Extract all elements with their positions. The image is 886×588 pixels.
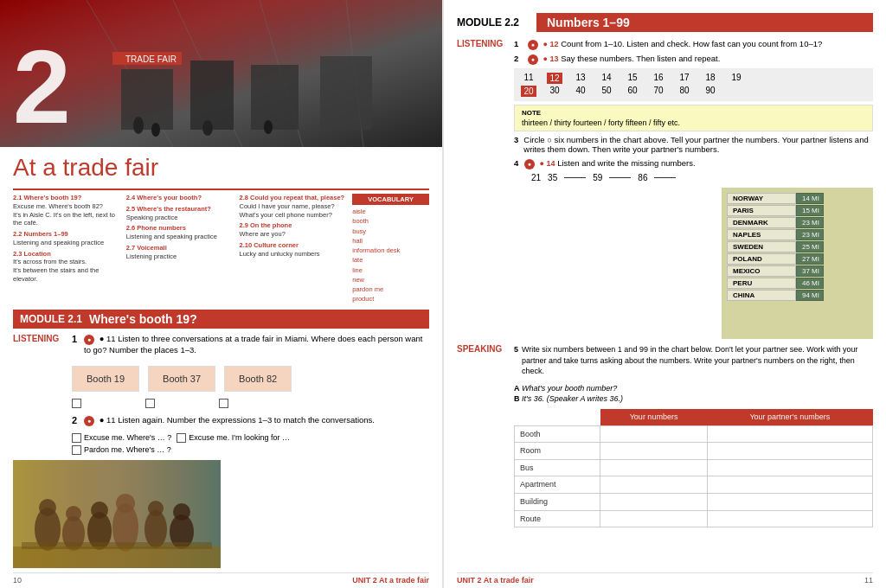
svg-text:TRADE FAIR: TRADE FAIR	[125, 54, 177, 64]
right-q4: 4 ● ● 14 Listen and write the missing nu…	[514, 158, 873, 169]
curriculum-cell-2: 2.4 Where's your booth? 2.5 Where's the …	[126, 194, 236, 304]
row-your-bus[interactable]	[600, 459, 707, 476]
svg-point-10	[133, 117, 144, 134]
table-row-bus: Bus	[514, 459, 872, 476]
svg-rect-6	[121, 69, 173, 130]
row-partner-booth[interactable]	[707, 425, 872, 443]
svg-point-23	[91, 502, 108, 519]
dialog-ab: A What's your booth number? B It's 36. (…	[514, 383, 873, 405]
table-row-apartment: Apartment	[514, 476, 872, 494]
row-your-route[interactable]	[600, 510, 707, 527]
svg-point-29	[173, 503, 190, 521]
row-partner-route[interactable]	[707, 510, 872, 527]
audio-11b-icon[interactable]: ●	[84, 416, 94, 426]
listening-section-q1: LISTENING 1 ● ● 11 Listen to three conve…	[13, 334, 429, 455]
svg-point-12	[202, 120, 213, 136]
audio-14-icon[interactable]: ●	[524, 159, 535, 169]
checkbox-phrases: Excuse me. Where's … ? Excuse me. I'm lo…	[72, 433, 429, 443]
curriculum-cell-1: 2.1 Where's booth 19? Excuse me. Where's…	[13, 194, 123, 304]
table-row-room: Room	[514, 443, 872, 460]
row-partner-bus[interactable]	[707, 459, 872, 476]
q2-row: 2 ● ● 11 Listen again. Number the expres…	[72, 415, 429, 430]
row-your-building[interactable]	[600, 493, 707, 510]
sign-china: CHINA 94 MI	[727, 290, 868, 301]
vocabulary-box: VOCABULARY aisleboothbusyhallinformation…	[352, 194, 429, 304]
row-partner-building[interactable]	[707, 493, 872, 510]
right-footer: UNIT 2 At a trade fair 11	[457, 572, 873, 585]
checkbox-2	[145, 399, 155, 408]
svg-rect-7	[190, 61, 234, 130]
right-q1: 1 ● ● 12 Count from 1–10. Listen and che…	[514, 39, 873, 50]
phrase-2: Excuse me. I'm looking for …	[177, 433, 290, 443]
photo-strip-svg	[13, 460, 221, 568]
row-partner-apartment[interactable]	[707, 476, 872, 494]
table-row-route: Route	[514, 510, 872, 527]
row-label-room: Room	[514, 443, 600, 460]
row-partner-room[interactable]	[707, 443, 872, 460]
module-22-header: MODULE 2.2 Numbers 1–99	[457, 13, 873, 32]
note-box: NOTE thirteen / thirty fourteen / forty …	[514, 105, 873, 131]
numbers-row-2: 20 30 40 50 60 70 80 90	[521, 86, 866, 97]
svg-point-13	[264, 120, 273, 134]
booth-buttons: Booth 19 Booth 37 Booth 82	[72, 366, 429, 392]
sign-mexico: MEXICO 37 MI	[727, 265, 868, 277]
svg-point-21	[66, 506, 81, 521]
unit-number: 2	[13, 35, 71, 138]
svg-point-19	[39, 499, 56, 516]
table-row-booth: Booth	[514, 425, 872, 443]
sign-denmark: DENMARK 23 MI	[727, 217, 868, 228]
speaking-row: SPEAKING 5 Write six numbers between 1 a…	[457, 344, 873, 527]
svg-rect-9	[320, 56, 372, 130]
dialog-b: B It's 36. (Speaker A writes 36.)	[514, 393, 873, 405]
svg-point-11	[151, 123, 160, 137]
phrase-3-row: Pardon me. Where's … ?	[72, 445, 429, 455]
audio-12-icon[interactable]: ●	[528, 40, 538, 50]
sign-norway: NORWAY 14 MI	[727, 193, 868, 204]
row-your-apartment[interactable]	[600, 476, 707, 494]
table-header-partner-numbers: Your partner's numbers	[707, 409, 872, 425]
signpost-image: NORWAY 14 MI PARIS 15 MI DENMARK 23 MI N…	[722, 188, 873, 339]
dialog-a: A What's your booth number?	[514, 383, 873, 394]
row-your-booth[interactable]	[600, 425, 707, 443]
row-label-booth: Booth	[514, 425, 600, 443]
unit-title: At a trade fair	[13, 154, 429, 182]
booth-82-button: Booth 82	[224, 366, 292, 392]
audio-13-icon[interactable]: ●	[528, 54, 538, 65]
curriculum-cell-3: 2.8 Could you repeat that, please? Could…	[240, 194, 350, 304]
left-footer: 10 UNIT 2 At a trade fair	[13, 572, 429, 585]
right-page: MODULE 2.2 Numbers 1–99 LISTENING 1 ● ● …	[444, 0, 886, 588]
module-21-header: MODULE 2.1 Where's booth 19?	[13, 310, 429, 329]
sign-naples: NAPLES 23 MI	[727, 229, 868, 240]
q5-row: 5 Write six numbers between 1 and 99 in …	[514, 344, 873, 380]
right-listening-section: LISTENING 1 ● ● 12 Count from 1–10. List…	[457, 39, 873, 339]
row-label-bus: Bus	[514, 459, 600, 476]
svg-point-27	[148, 501, 164, 516]
table-row-building: Building	[514, 493, 872, 510]
table-header-your-numbers: Your numbers	[600, 409, 707, 425]
svg-point-25	[116, 494, 135, 513]
svg-rect-30	[13, 546, 221, 568]
sign-sweden: SWEDEN 25 MI	[727, 241, 868, 252]
numbers-grid: 11 12 13 14 15 16 17 18 19 20 30 40 50 6…	[514, 68, 873, 101]
speaking-section: SPEAKING 5 Write six numbers between 1 a…	[457, 344, 873, 527]
audio-11-icon[interactable]: ●	[84, 335, 94, 345]
row-label-apartment: Apartment	[514, 476, 600, 494]
right-q2: 2 ● ● 13 Say these numbers. Then listen …	[514, 54, 873, 65]
numbers-row-1: 11 12 13 14 15 16 17 18 19	[521, 73, 866, 84]
right-q3: 3 Circle ○ six numbers in the chart abov…	[514, 135, 873, 154]
sign-paris: PARIS 15 MI	[727, 205, 868, 216]
checkbox-row	[72, 399, 429, 408]
svg-rect-31	[22, 542, 212, 549]
row-label-building: Building	[514, 493, 600, 510]
checkbox-3	[219, 399, 228, 408]
sign-peru: PERU 46 MI	[727, 278, 868, 289]
row-your-room[interactable]	[600, 443, 707, 460]
booth-37-button: Booth 37	[148, 366, 215, 392]
hero-image: TRADE FAIR 2	[0, 0, 442, 147]
svg-rect-8	[251, 65, 299, 130]
checkbox-1	[72, 399, 81, 408]
row-label-route: Route	[514, 510, 600, 527]
sign-poland: POLAND 27 MI	[727, 253, 868, 265]
numbers-banner: Numbers 1–99	[536, 13, 873, 32]
photo-strip-container	[13, 460, 429, 570]
